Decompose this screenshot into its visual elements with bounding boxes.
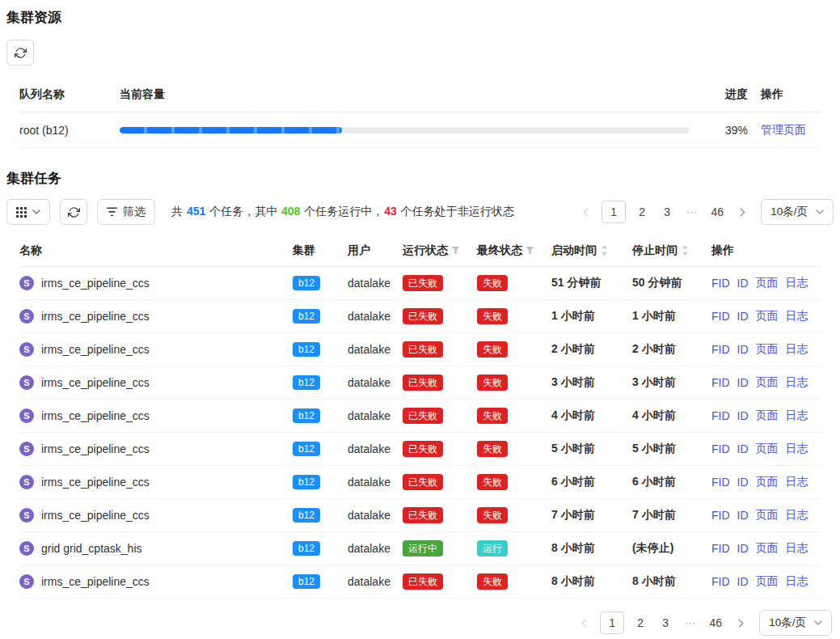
cluster-badge: b12	[293, 541, 320, 556]
start-time-sort-icon[interactable]	[601, 245, 608, 256]
id-link[interactable]: ID	[737, 476, 749, 489]
page-link[interactable]: 页面	[756, 375, 779, 390]
log-link[interactable]: 日志	[786, 541, 808, 556]
final-status-badge: 失败	[477, 275, 508, 291]
page-link[interactable]: 页面	[756, 541, 779, 556]
page-size-select[interactable]: 10条/页	[761, 199, 834, 225]
task-user: datalake	[348, 575, 403, 588]
stop-time-sort-icon[interactable]	[682, 245, 689, 256]
next-page-button[interactable]	[733, 201, 751, 223]
run-status-badge: 已失败	[403, 341, 443, 358]
page-ellipsis[interactable]: ⋯	[683, 201, 701, 223]
start-time: 4 小时前	[551, 408, 632, 423]
task-summary: 共 451 个任务，其中 408 个任务运行中，43 个任务处于非运行状态	[171, 205, 514, 219]
task-name: irms_ce_pipeline_ccs	[41, 509, 150, 522]
task-avatar: S	[19, 574, 34, 589]
page-button-2[interactable]: 2	[633, 201, 651, 223]
task-user: datalake	[348, 277, 403, 290]
fid-link[interactable]: FID	[711, 476, 730, 489]
fid-link[interactable]: FID	[711, 575, 730, 588]
task-name: irms_ce_pipeline_ccs	[41, 442, 150, 455]
log-link[interactable]: 日志	[786, 508, 808, 523]
page-link[interactable]: 页面	[756, 276, 779, 290]
stop-time: 7 小时前	[632, 508, 711, 523]
log-link[interactable]: 日志	[786, 408, 808, 423]
fid-link[interactable]: FID	[711, 376, 730, 389]
page-button-2[interactable]: 2	[631, 611, 649, 634]
id-link[interactable]: ID	[737, 277, 749, 290]
log-link[interactable]: 日志	[786, 475, 808, 489]
id-link[interactable]: ID	[737, 409, 749, 422]
fid-link[interactable]: FID	[711, 509, 730, 522]
prev-page-button[interactable]	[576, 201, 594, 223]
chevron-down-icon	[816, 209, 824, 214]
id-link[interactable]: ID	[737, 442, 749, 455]
page-link[interactable]: 页面	[756, 442, 779, 456]
run-status-badge: 已失败	[403, 375, 443, 391]
start-time: 2 小时前	[551, 342, 632, 357]
page-link[interactable]: 页面	[756, 475, 779, 489]
task-user: datalake	[348, 542, 403, 555]
id-link[interactable]: ID	[737, 310, 749, 323]
header-name: 名称	[19, 243, 293, 258]
capacity-progress-bar	[120, 127, 690, 133]
cluster-badge: b12	[293, 408, 320, 423]
page-button-46[interactable]: 46	[707, 611, 724, 634]
fid-link[interactable]: FID	[711, 542, 730, 555]
page-ellipsis[interactable]: ⋯	[682, 611, 699, 634]
task-name: irms_ce_pipeline_ccs	[41, 343, 150, 356]
log-link[interactable]: 日志	[786, 375, 808, 390]
id-link[interactable]: ID	[737, 542, 749, 555]
id-link[interactable]: ID	[737, 376, 749, 389]
tasks-refresh-button[interactable]	[60, 199, 87, 225]
not-running-count: 43	[384, 205, 397, 218]
page-link[interactable]: 页面	[756, 309, 779, 324]
page-size-select[interactable]: 10条/页	[759, 610, 832, 636]
final-status-badge: 失败	[477, 375, 508, 391]
refresh-icon	[68, 206, 80, 218]
stop-time: (未停止)	[632, 541, 711, 556]
summary-text: 个任务处于非运行状态	[398, 205, 514, 218]
fid-link[interactable]: FID	[711, 442, 730, 455]
page-link[interactable]: 页面	[756, 408, 779, 423]
stop-time: 4 小时前	[632, 408, 711, 423]
final-status-badge: 失败	[477, 507, 508, 523]
prev-page-button[interactable]	[575, 611, 593, 634]
run-status-filter-icon[interactable]	[451, 246, 460, 255]
id-link[interactable]: ID	[737, 343, 749, 356]
id-link[interactable]: ID	[737, 575, 749, 588]
cluster-badge: b12	[293, 475, 320, 489]
cluster-badge: b12	[293, 276, 320, 290]
page-button-3[interactable]: 3	[658, 201, 676, 223]
final-status-filter-icon[interactable]	[526, 246, 534, 255]
fid-link[interactable]: FID	[711, 310, 730, 323]
cluster-badge: b12	[293, 309, 320, 324]
header-run-status: 运行状态	[403, 243, 448, 258]
start-time: 1 小时前	[551, 309, 632, 324]
pagination-top: 1 2 3 ⋯ 46	[576, 201, 751, 223]
page-button-3[interactable]: 3	[656, 611, 674, 634]
chevron-right-icon	[740, 208, 745, 217]
manage-page-link[interactable]: 管理页面	[761, 123, 806, 138]
log-link[interactable]: 日志	[786, 342, 808, 357]
next-page-button[interactable]	[732, 611, 749, 634]
fid-link[interactable]: FID	[711, 277, 730, 290]
log-link[interactable]: 日志	[786, 309, 808, 324]
page-button-46[interactable]: 46	[708, 201, 726, 223]
page-link[interactable]: 页面	[756, 342, 779, 357]
fid-link[interactable]: FID	[711, 343, 730, 356]
layout-grid-button[interactable]	[6, 199, 50, 225]
id-link[interactable]: ID	[737, 509, 749, 522]
log-link[interactable]: 日志	[786, 574, 808, 589]
page-button-1[interactable]: 1	[602, 201, 626, 223]
fid-link[interactable]: FID	[711, 409, 730, 422]
log-link[interactable]: 日志	[786, 276, 808, 290]
page: 集群资源 队列名称 当前容量 进度 操作 root (b12) 39% 管理页面…	[0, 0, 840, 636]
resources-refresh-button[interactable]	[6, 40, 34, 66]
filter-button[interactable]: 筛选	[97, 199, 155, 225]
final-status-badge: 失败	[477, 408, 508, 424]
log-link[interactable]: 日志	[786, 442, 808, 456]
page-link[interactable]: 页面	[756, 574, 779, 589]
page-button-1[interactable]: 1	[600, 611, 624, 634]
page-link[interactable]: 页面	[756, 508, 779, 523]
